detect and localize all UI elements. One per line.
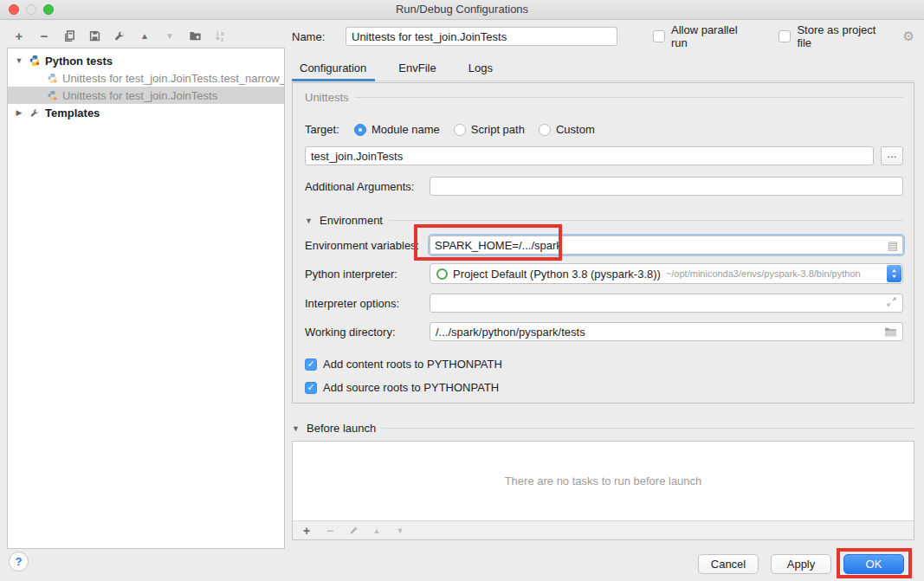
configuration-editor: Name: Allow parallel run Store as projec…	[292, 26, 914, 540]
add-task-icon[interactable]: +	[300, 525, 313, 537]
interpreter-options-input[interactable]	[430, 294, 903, 313]
gear-icon[interactable]: ⚙	[903, 29, 914, 44]
environment-section-header[interactable]: ▼ Environment	[305, 214, 903, 227]
radio-label: Script path	[471, 123, 525, 136]
close-window-button[interactable]	[9, 4, 19, 15]
radio-module-name[interactable]: Module name	[354, 123, 440, 136]
save-configuration-icon[interactable]	[87, 28, 102, 43]
tree-item-unittest-narrow[interactable]: Unittests for test_join.JoinTests.test_n…	[8, 69, 284, 87]
sort-configurations-icon: az	[212, 28, 228, 43]
unittests-section-title: Unittests	[305, 91, 349, 104]
working-directory-label: Working directory:	[305, 326, 430, 339]
folder-icon[interactable]	[884, 326, 897, 338]
move-task-down-icon: ▼	[394, 525, 406, 537]
edit-variables-icon[interactable]: ▤	[888, 239, 898, 252]
ok-button[interactable]: OK	[843, 554, 904, 574]
environment-section-title: Environment	[320, 214, 383, 227]
radio-label: Module name	[372, 123, 440, 136]
radio-icon[interactable]	[354, 124, 366, 136]
window-title: Run/Debug Configurations	[396, 3, 528, 16]
collapse-icon[interactable]: ▼	[292, 424, 300, 433]
store-as-project-file-checkbox[interactable]: Store as project file ⚙	[779, 23, 914, 49]
environment-variables-row: Environment variables: SPARK_HOME=/.../s…	[305, 236, 903, 255]
checkbox-checked-icon[interactable]: ✓	[305, 358, 317, 371]
add-source-roots-label: Add source roots to PYTHONPATH	[323, 381, 499, 394]
collapse-icon[interactable]: ▼	[305, 216, 313, 225]
dropdown-stepper-icon[interactable]	[887, 265, 901, 282]
additional-arguments-row: Additional Arguments:	[305, 177, 903, 196]
unittests-section-header: Unittests	[305, 83, 903, 104]
remove-task-icon: −	[324, 525, 336, 537]
remove-configuration-icon[interactable]: −	[36, 28, 52, 43]
conda-env-icon	[436, 268, 448, 280]
add-content-roots-checkbox[interactable]: ✓ Add content roots to PYTHONPATH	[305, 358, 903, 371]
target-row: Target: Module name Script path Custom	[305, 123, 903, 136]
environment-variables-label: Environment variables:	[305, 239, 430, 252]
configuration-tabs: Configuration EnvFile Logs	[292, 58, 914, 81]
move-task-up-icon: ▲	[371, 525, 383, 537]
radio-icon[interactable]	[454, 124, 466, 136]
before-launch-header[interactable]: ▼ Before launch	[292, 422, 914, 435]
apply-button[interactable]: Apply	[771, 554, 831, 574]
section-divider	[355, 97, 903, 98]
cancel-button[interactable]: Cancel	[698, 554, 759, 574]
tree-item-label: Unittests for test_join.JoinTests	[62, 89, 217, 102]
section-divider	[389, 220, 903, 221]
checkbox-icon[interactable]	[653, 30, 665, 42]
tab-logs[interactable]: Logs	[468, 61, 493, 81]
radio-custom[interactable]: Custom	[539, 123, 595, 136]
interpreter-path: ~/opt/miniconda3/envs/pyspark-3.8/bin/py…	[666, 268, 861, 279]
section-divider	[382, 428, 914, 429]
name-input[interactable]	[346, 27, 617, 46]
expand-icon[interactable]: ▶	[14, 108, 24, 117]
edit-task-icon	[347, 525, 359, 537]
python-config-icon	[46, 72, 58, 84]
move-up-icon[interactable]: ▲	[137, 28, 152, 43]
add-source-roots-checkbox[interactable]: ✓ Add source roots to PYTHONPATH	[305, 381, 903, 394]
allow-parallel-run-checkbox[interactable]: Allow parallel run	[653, 23, 755, 49]
expand-field-icon[interactable]	[886, 296, 898, 308]
environment-variables-input[interactable]: SPARK_HOME=/.../spark ▤	[430, 236, 903, 255]
python-tests-icon	[29, 55, 41, 67]
environment-variables-value: SPARK_HOME=/.../spark	[435, 239, 562, 252]
tab-configuration[interactable]: Configuration	[300, 61, 366, 81]
python-interpreter-label: Python interpreter:	[305, 268, 430, 281]
allow-parallel-run-label: Allow parallel run	[671, 23, 755, 49]
tree-item-unittest-jointests[interactable]: Unittests for test_join.JoinTests	[8, 87, 284, 104]
python-config-icon	[46, 89, 58, 101]
collapse-icon[interactable]: ▼	[14, 56, 24, 65]
move-down-icon: ▼	[162, 28, 178, 43]
unittests-settings-panel: Unittests Target: Module name Script pat…	[292, 82, 914, 403]
tree-item-templates[interactable]: ▶ Templates	[8, 104, 284, 121]
zoom-window-button[interactable]	[43, 4, 54, 15]
minimize-window-button	[26, 4, 36, 15]
python-interpreter-select[interactable]: Project Default (Python 3.8 (pyspark-3.8…	[430, 263, 903, 284]
svg-text:z: z	[220, 36, 223, 42]
target-label: Target:	[305, 123, 354, 136]
before-launch-panel: There are no tasks to run before launch …	[292, 441, 914, 540]
help-button[interactable]: ?	[9, 552, 29, 571]
before-launch-title: Before launch	[307, 422, 376, 435]
radio-icon[interactable]	[539, 124, 551, 136]
module-name-row: ...	[305, 146, 903, 165]
additional-arguments-input[interactable]	[430, 177, 903, 196]
module-name-input[interactable]	[305, 146, 874, 165]
tab-envfile[interactable]: EnvFile	[398, 61, 436, 81]
templates-wrench-icon	[29, 107, 41, 119]
browse-module-button[interactable]: ...	[881, 146, 903, 165]
python-interpreter-row: Python interpreter: Project Default (Pyt…	[305, 263, 903, 284]
copy-configuration-icon[interactable]	[61, 28, 77, 43]
add-configuration-icon[interactable]: +	[11, 28, 27, 43]
configurations-toolbar: + − ▲ ▼ az	[11, 26, 228, 45]
interpreter-options-label: Interpreter options:	[305, 297, 430, 310]
edit-templates-icon[interactable]	[112, 28, 127, 43]
checkbox-checked-icon[interactable]: ✓	[305, 382, 317, 394]
additional-arguments-label: Additional Arguments:	[305, 180, 430, 193]
new-folder-icon[interactable]	[187, 28, 203, 43]
checkbox-icon[interactable]	[779, 30, 791, 42]
working-directory-input[interactable]: /.../spark/python/pyspark/tests	[430, 322, 903, 341]
radio-script-path[interactable]: Script path	[454, 123, 525, 136]
tree-item-label: Templates	[45, 107, 100, 119]
tree-item-python-tests[interactable]: ▼ Python tests	[8, 52, 284, 69]
add-content-roots-label: Add content roots to PYTHONPATH	[323, 358, 502, 371]
